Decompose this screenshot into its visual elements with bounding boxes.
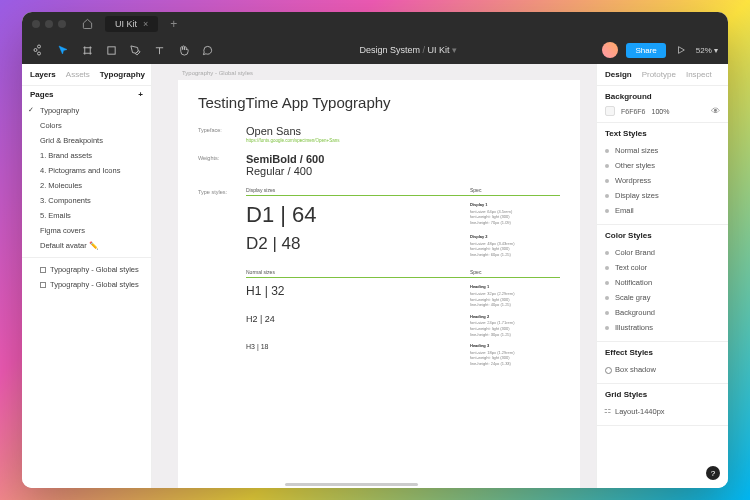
file-tab[interactable]: UI Kit × [105,16,158,32]
toolbar: Design System / UI Kit ▾ Share 52% ▾ [22,36,728,64]
col-spec2: Spec [470,269,560,275]
right-panel: Design Prototype Inspect Background F6F6… [596,64,728,488]
style-folder[interactable]: Display sizes [605,188,720,203]
svg-point-2 [34,49,37,52]
section-title: Effect Styles [605,348,720,357]
svg-rect-3 [107,46,114,53]
style-folder[interactable]: Color Brand [605,245,720,260]
home-icon[interactable] [82,18,93,31]
text-tool-icon[interactable] [152,43,166,57]
tab-design[interactable]: Design [605,70,632,79]
rectangle-tool-icon[interactable] [104,43,118,57]
frame-item[interactable]: Typography - Global styles [22,262,151,277]
content-area: Layers Assets Typography Pages + Typogra… [22,64,728,488]
typeface-name: Open Sans [246,125,339,137]
page-item[interactable]: Figma covers [22,223,151,238]
bg-swatch[interactable] [605,106,615,116]
style-folder[interactable]: Notification [605,275,720,290]
spec-h1: Heading 1font-size: 32px (2.29rem)font-w… [470,284,560,307]
style-folder[interactable]: Background [605,305,720,320]
bg-opacity[interactable]: 100% [652,108,670,115]
col-spec: Spec [470,187,560,193]
svg-point-0 [38,45,41,48]
help-button[interactable]: ? [706,466,720,480]
titlebar: UI Kit × + [22,12,728,36]
visibility-icon[interactable]: 👁 [711,106,720,116]
tab-page-name[interactable]: Typography [100,70,145,79]
page-item[interactable]: 1. Brand assets [22,148,151,163]
add-page-button[interactable]: + [138,90,143,99]
share-button[interactable]: Share [626,43,665,58]
pages-label: Pages [30,90,54,99]
new-tab-button[interactable]: + [170,17,177,31]
page-item[interactable]: 3. Components [22,193,151,208]
toolbar-right: Share 52% ▾ [602,42,718,58]
left-panel: Layers Assets Typography Pages + Typogra… [22,64,152,488]
comment-tool-icon[interactable] [200,43,214,57]
tab-prototype[interactable]: Prototype [642,70,676,79]
file-tab-label: UI Kit [115,19,137,29]
style-folder[interactable]: Illustrations [605,320,720,335]
page-item[interactable]: Grid & Breakpoints [22,133,151,148]
canvas-scrollbar[interactable] [285,483,418,486]
frame-item[interactable]: Typography - Global styles [22,277,151,292]
page-item[interactable]: Colors [22,118,151,133]
page-item[interactable]: 2. Molecules [22,178,151,193]
pages-header: Pages + [22,86,151,103]
style-folder[interactable]: Text color [605,260,720,275]
figma-menu-icon[interactable] [32,43,46,57]
sample-d1: D1 | 64 [246,202,470,228]
sample-h2: H2 | 24 [246,314,470,324]
sample-h3: H3 | 18 [246,343,470,350]
frame-icon [40,267,46,273]
page-item[interactable]: Typography [22,103,151,118]
style-folder[interactable]: Email [605,203,720,218]
sample-d2: D2 | 48 [246,234,470,254]
present-icon[interactable] [674,43,688,57]
section-title: Background [605,92,720,101]
sample-h1: H1 | 32 [246,284,470,298]
avatar[interactable] [602,42,618,58]
style-folder[interactable]: Scale gray [605,290,720,305]
tab-inspect[interactable]: Inspect [686,70,712,79]
section-effect-styles: Effect Styles Box shadow [597,342,728,384]
frame-tool-icon[interactable] [80,43,94,57]
style-folder[interactable]: Normal sizes [605,143,720,158]
traffic-lights[interactable] [32,20,66,28]
style-folder[interactable]: Wordpress [605,173,720,188]
zoom-level[interactable]: 52% ▾ [696,46,718,55]
hand-tool-icon[interactable] [176,43,190,57]
typeface-label: Typeface: [198,125,246,143]
page-item[interactable]: Default avatar ✏️ [22,238,151,253]
artboard-label[interactable]: Typography - Global styles [182,70,253,76]
style-item[interactable]: Layout-1440px [605,404,720,419]
type-styles-label: Type styles: [198,187,246,367]
section-title: Color Styles [605,231,720,240]
page-item[interactable]: 5. Emails [22,208,151,223]
breadcrumb-leaf: UI Kit [427,45,449,55]
section-background: Background F6F6F6 100% 👁 [597,86,728,123]
spec-d1: Display 1font-size: 64px (4.5rem)font-we… [470,202,560,225]
style-folder[interactable]: Other styles [605,158,720,173]
page-item[interactable]: 4. Pictograms and Icons [22,163,151,178]
move-tool-icon[interactable] [56,43,70,57]
tab-assets[interactable]: Assets [66,70,90,79]
left-panel-tabs: Layers Assets Typography [22,64,151,86]
section-title: Grid Styles [605,390,720,399]
section-title: Text Styles [605,129,720,138]
typeface-link: https://fonts.google.com/specimen/Open+S… [246,138,339,143]
right-panel-tabs: Design Prototype Inspect [597,64,728,86]
tab-layers[interactable]: Layers [30,70,56,79]
spec-h2: Heading 2font-size: 24px (1.71rem)font-w… [470,314,560,337]
section-grid-styles: Grid Styles Layout-1440px [597,384,728,426]
canvas[interactable]: Typography - Global styles TestingTime A… [152,64,596,488]
breadcrumb[interactable]: Design System / UI Kit ▾ [214,45,602,55]
frame-icon [40,282,46,288]
pen-tool-icon[interactable] [128,43,142,57]
col-normal: Normal sizes [246,269,470,275]
bg-hex[interactable]: F6F6F6 [621,108,646,115]
close-tab-icon[interactable]: × [143,19,148,29]
artboard[interactable]: TestingTime App Typography Typeface: Ope… [178,80,580,488]
weights-label: Weights: [198,153,246,177]
style-item[interactable]: Box shadow [605,362,720,377]
